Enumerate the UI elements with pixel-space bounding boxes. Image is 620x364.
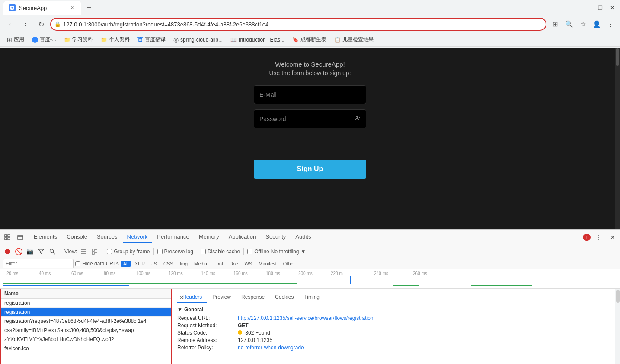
tab-application[interactable]: Application — [224, 232, 261, 243]
group-view-button[interactable] — [90, 247, 99, 256]
new-tab-button[interactable]: + — [83, 2, 95, 14]
browser-chrome: SecureApp × + — ❐ ✕ ‹ › ↻ 🔒 ⊞ 🔍 ☆ 👤 ⋮ ⊞ … — [0, 0, 620, 48]
tab-security[interactable]: Security — [261, 232, 290, 243]
hide-data-urls-input[interactable] — [75, 261, 80, 266]
bookmark-study-icon: 📁 — [64, 37, 70, 43]
filter-tag-font[interactable]: Font — [211, 261, 226, 267]
cast-icon[interactable]: ⊞ — [549, 18, 561, 30]
maximize-button[interactable]: ❐ — [596, 3, 604, 12]
devtools-more-button[interactable]: ⋮ — [593, 232, 604, 243]
bookmark-chengdu[interactable]: 🔖 成都新生泰 — [289, 35, 330, 44]
devtools-toolbar: ⏺ 🚫 📷 View: Group by frame Preserve log — [0, 245, 620, 258]
filter-tag-all[interactable]: All — [121, 261, 131, 267]
filter-tag-manifest[interactable]: Manifest — [256, 261, 279, 267]
bookmark-intro[interactable]: 📖 Introduction | Elas... — [227, 36, 288, 44]
filter-button[interactable] — [36, 247, 46, 256]
stop-button[interactable]: 🚫 — [14, 247, 23, 256]
record-button[interactable]: ⏺ — [3, 247, 12, 256]
throttle-arrow: ▼ — [300, 249, 306, 255]
close-window-button[interactable]: ✕ — [608, 3, 617, 12]
detail-tab-timing[interactable]: Timing — [299, 292, 325, 303]
devtools-popout-button[interactable] — [15, 232, 26, 243]
page-welcome: Welcome to SecureApp! — [275, 61, 345, 68]
tab-memory[interactable]: Memory — [195, 232, 224, 243]
tab-elements[interactable]: Elements — [29, 232, 61, 243]
password-toggle-icon[interactable]: 👁 — [354, 115, 361, 123]
detail-tab-cookies[interactable]: Cookies — [270, 292, 299, 303]
request-url-value: http://127.0.0.1:1235/self-service/brows… — [238, 315, 374, 321]
bookmark-baidu[interactable]: 百度-... — [29, 35, 60, 44]
tab-favicon — [9, 4, 16, 11]
network-row-favicon[interactable]: favicon.ico — [1, 344, 171, 353]
bookmark-baidu-label: 百度-... — [40, 36, 56, 43]
details-close-button[interactable]: × — [177, 294, 186, 301]
filter-tag-ws[interactable]: WS — [242, 261, 255, 267]
bookmark-study[interactable]: 📁 学习资料 — [61, 35, 96, 44]
back-button[interactable]: ‹ — [3, 18, 16, 31]
browser-tab[interactable]: SecureApp × — [3, 1, 81, 15]
bookmark-intro-icon: 📖 — [230, 37, 237, 43]
bookmark-children[interactable]: 📋 儿童检查结果 — [331, 35, 377, 44]
bookmark-apps[interactable]: ⊞ 应用 — [3, 35, 28, 44]
offline-checkbox[interactable]: Offline — [247, 249, 269, 255]
list-view-button[interactable] — [79, 247, 88, 256]
devtools-inspect-button[interactable] — [2, 232, 13, 243]
tab-network[interactable]: Network — [123, 232, 152, 243]
account-icon[interactable]: 👤 — [591, 18, 603, 30]
tab-performance[interactable]: Performance — [153, 232, 193, 243]
preserve-log-checkbox[interactable]: Preserve log — [157, 249, 193, 255]
hide-data-urls-checkbox[interactable]: Hide data URLs — [75, 261, 119, 267]
hide-data-urls-label: Hide data URLs — [82, 261, 119, 267]
menu-icon[interactable]: ⋮ — [604, 18, 617, 30]
bookmark-personal[interactable]: 📁 个人资料 — [97, 35, 133, 44]
disable-cache-input[interactable] — [201, 249, 206, 254]
detail-tab-response[interactable]: Response — [236, 292, 270, 303]
network-row-woff2[interactable]: zYXgKVEIMYYaJe8bpLHnCwDKhdHeFQ.woff2 — [1, 335, 171, 344]
star-icon[interactable]: ☆ — [577, 18, 589, 30]
bookmark-chengdu-label: 成都新生泰 — [300, 36, 326, 43]
tab-sources[interactable]: Sources — [93, 232, 122, 243]
details-scrollbar[interactable] — [615, 289, 620, 364]
throttle-dropdown[interactable]: No throttling ▼ — [271, 249, 306, 255]
reload-button[interactable]: ↻ — [35, 18, 48, 31]
group-by-frame-input[interactable] — [107, 249, 112, 254]
filter-tag-doc[interactable]: Doc — [227, 261, 241, 267]
filter-tag-img[interactable]: Img — [177, 261, 190, 267]
group-by-frame-checkbox[interactable]: Group by frame — [107, 249, 150, 255]
zoom-icon[interactable]: 🔍 — [563, 18, 575, 30]
devtools-tab-end: 1 ⋮ ✕ — [583, 232, 618, 243]
bookmark-translate[interactable]: 百 百度翻译 — [134, 35, 169, 45]
search-button[interactable] — [48, 247, 57, 256]
disable-cache-checkbox[interactable]: Disable cache — [201, 249, 240, 255]
network-row-css[interactable]: css?family=IBM+Plex+Sans:300,400,500&dis… — [1, 326, 171, 335]
minimize-button[interactable]: — — [584, 3, 592, 12]
preserve-log-input[interactable] — [157, 249, 163, 254]
address-bar[interactable] — [50, 18, 546, 31]
filter-tag-media[interactable]: Media — [192, 261, 210, 267]
tab-audits[interactable]: Audits — [291, 232, 315, 243]
filter-tag-css[interactable]: CSS — [161, 261, 176, 267]
filter-input[interactable] — [3, 259, 74, 268]
tick-120ms: 120 ms — [169, 271, 183, 276]
forward-button[interactable]: › — [19, 18, 32, 31]
camera-button[interactable]: 📷 — [25, 247, 35, 256]
offline-input[interactable] — [247, 249, 252, 254]
bookmark-springcloud[interactable]: ◎ spring-cloud-alib... — [170, 35, 226, 44]
network-row-registration2[interactable]: registration — [1, 308, 171, 317]
page-scrollbar[interactable] — [615, 48, 620, 229]
filter-tag-js[interactable]: JS — [149, 261, 160, 267]
password-input[interactable] — [254, 109, 366, 128]
signup-button[interactable]: Sign Up — [254, 160, 366, 179]
general-section-title[interactable]: ▼ General — [177, 307, 610, 313]
bookmark-chengdu-icon: 🔖 — [292, 37, 299, 43]
devtools-close-button[interactable]: ✕ — [607, 232, 618, 243]
network-row-registration-request[interactable]: registration?request=4873e868-5d4f-4fe4-… — [1, 317, 171, 326]
network-row-registration1[interactable]: registration — [1, 299, 171, 308]
email-input[interactable] — [254, 85, 366, 104]
filter-tag-other[interactable]: Other — [281, 261, 298, 267]
tab-close-button[interactable]: × — [68, 4, 76, 12]
filter-tag-xhr[interactable]: XHR — [132, 261, 147, 267]
tab-console[interactable]: Console — [62, 232, 92, 243]
request-url-key: Request URL: — [177, 315, 238, 321]
detail-tab-preview[interactable]: Preview — [207, 292, 236, 303]
